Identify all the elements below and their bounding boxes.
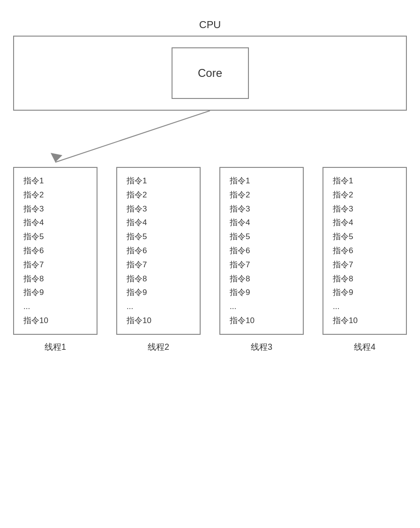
instruction-item-4-1: 指令1 xyxy=(333,175,397,187)
thread-box-1: 指令1指令2指令3指令4指令5指令6指令7指令8指令9...指令10 xyxy=(13,167,98,335)
instruction-item-2-4: 指令4 xyxy=(127,217,190,228)
thread-box-2: 指令1指令2指令3指令4指令5指令6指令7指令8指令9...指令10 xyxy=(116,167,201,335)
instruction-item-4-2: 指令2 xyxy=(333,189,397,201)
instruction-item-3-6: 指令6 xyxy=(230,245,293,256)
instruction-item-2-11: 指令10 xyxy=(127,315,190,326)
instruction-item-2-9: 指令9 xyxy=(127,287,190,298)
cpu-label: CPU xyxy=(199,19,221,31)
instruction-item-1-1: 指令1 xyxy=(23,175,87,187)
instruction-item-3-4: 指令4 xyxy=(230,217,293,228)
arrow-area xyxy=(13,111,407,167)
thread-column-2: 指令1指令2指令3指令4指令5指令6指令7指令8指令9...指令10线程2 xyxy=(116,167,201,353)
instruction-item-4-6: 指令6 xyxy=(333,245,397,256)
instruction-item-2-10: ... xyxy=(127,301,190,312)
core-box: Core xyxy=(172,47,249,99)
instruction-item-3-11: 指令10 xyxy=(230,315,293,326)
thread-label-2: 线程2 xyxy=(148,341,169,353)
cpu-section: CPU Core xyxy=(13,19,407,111)
diagram-container: CPU Core 指令1指令2指令3指令4指令5指令6指令7指令8指令9...指… xyxy=(0,0,420,528)
svg-line-0 xyxy=(55,111,210,162)
instruction-item-2-2: 指令2 xyxy=(127,189,190,201)
instruction-item-3-10: ... xyxy=(230,301,293,312)
instruction-item-4-10: ... xyxy=(333,301,397,312)
arrow-svg xyxy=(13,111,407,167)
instruction-item-4-5: 指令5 xyxy=(333,231,397,242)
instruction-item-1-11: 指令10 xyxy=(23,315,87,326)
thread-label-4: 线程4 xyxy=(354,341,375,353)
instruction-item-1-10: ... xyxy=(23,301,87,312)
instruction-item-4-9: 指令9 xyxy=(333,287,397,298)
instruction-item-2-5: 指令5 xyxy=(127,231,190,242)
threads-section: 指令1指令2指令3指令4指令5指令6指令7指令8指令9...指令10线程1指令1… xyxy=(13,167,407,353)
instruction-item-3-7: 指令7 xyxy=(230,259,293,271)
thread-column-1: 指令1指令2指令3指令4指令5指令6指令7指令8指令9...指令10线程1 xyxy=(13,167,98,353)
instruction-item-1-9: 指令9 xyxy=(23,287,87,298)
instruction-item-1-3: 指令3 xyxy=(23,204,87,215)
thread-label-1: 线程1 xyxy=(45,341,66,353)
instruction-item-2-6: 指令6 xyxy=(127,245,190,256)
instruction-item-4-7: 指令7 xyxy=(333,259,397,271)
instruction-item-1-8: 指令8 xyxy=(23,273,87,285)
cpu-box: Core xyxy=(13,36,407,111)
instruction-item-1-4: 指令4 xyxy=(23,217,87,228)
thread-column-3: 指令1指令2指令3指令4指令5指令6指令7指令8指令9...指令10线程3 xyxy=(219,167,304,353)
instruction-item-4-4: 指令4 xyxy=(333,217,397,228)
instruction-item-2-1: 指令1 xyxy=(127,175,190,187)
instruction-item-3-9: 指令9 xyxy=(230,287,293,298)
instruction-item-3-1: 指令1 xyxy=(230,175,293,187)
thread-label-3: 线程3 xyxy=(251,341,272,353)
instruction-item-1-2: 指令2 xyxy=(23,189,87,201)
thread-column-4: 指令1指令2指令3指令4指令5指令6指令7指令8指令9...指令10线程4 xyxy=(322,167,407,353)
instruction-item-2-7: 指令7 xyxy=(127,259,190,271)
instruction-item-4-3: 指令3 xyxy=(333,204,397,215)
instruction-item-3-5: 指令5 xyxy=(230,231,293,242)
instruction-item-2-8: 指令8 xyxy=(127,273,190,285)
instruction-item-1-7: 指令7 xyxy=(23,259,87,271)
instruction-item-3-2: 指令2 xyxy=(230,189,293,201)
instruction-item-3-3: 指令3 xyxy=(230,204,293,215)
instruction-item-1-6: 指令6 xyxy=(23,245,87,256)
thread-box-3: 指令1指令2指令3指令4指令5指令6指令7指令8指令9...指令10 xyxy=(219,167,304,335)
instruction-item-4-11: 指令10 xyxy=(333,315,397,326)
instruction-item-2-3: 指令3 xyxy=(127,204,190,215)
instruction-item-1-5: 指令5 xyxy=(23,231,87,242)
instruction-item-4-8: 指令8 xyxy=(333,273,397,285)
instruction-item-3-8: 指令8 xyxy=(230,273,293,285)
thread-box-4: 指令1指令2指令3指令4指令5指令6指令7指令8指令9...指令10 xyxy=(322,167,407,335)
core-label: Core xyxy=(198,67,222,80)
